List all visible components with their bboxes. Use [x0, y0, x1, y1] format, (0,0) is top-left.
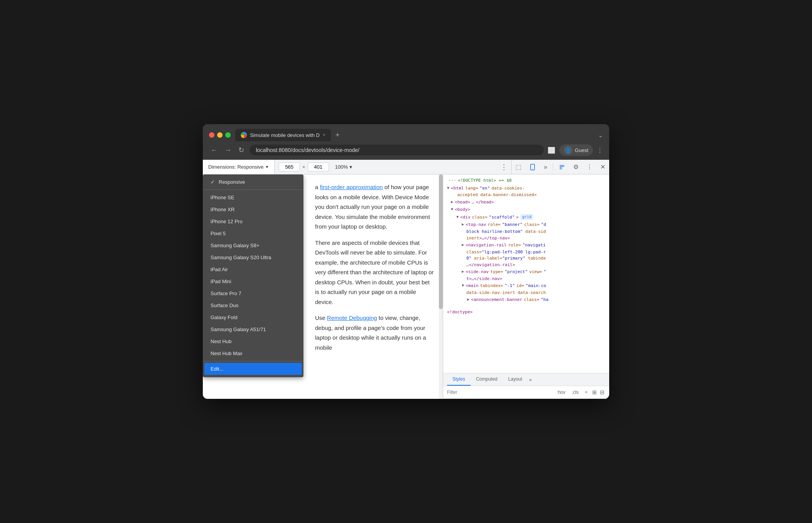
page-text-1: a [315, 184, 320, 190]
tab-menu-icon[interactable]: ⌄ [598, 132, 603, 139]
first-order-link[interactable]: first-order approximation [320, 184, 383, 190]
more-tools-button[interactable]: » [540, 160, 551, 174]
height-input[interactable] [308, 162, 329, 171]
toggle-icon[interactable] [462, 268, 464, 275]
html-nav-rail[interactable]: <navigation-rail role="navigati [443, 241, 609, 249]
forward-button[interactable]: → [223, 145, 233, 156]
dropdown-item-nest-hub-max[interactable]: Nest Hub Max [203, 347, 303, 359]
toggle-icon[interactable] [462, 282, 464, 289]
device-mode-button[interactable] [525, 160, 540, 174]
dropdown-item-samsung-s8[interactable]: Samsung Galaxy S8+ [203, 239, 303, 251]
tab-close-icon[interactable]: × [323, 132, 325, 138]
toggle-icon[interactable] [462, 242, 464, 248]
new-tab-button[interactable]: + [332, 130, 343, 141]
dropdown-item-iphone-xr[interactable]: iPhone XR [203, 203, 303, 215]
page-paragraph-2: There are aspects of mobile devices that… [315, 238, 435, 307]
minimize-button[interactable] [217, 132, 223, 138]
edit-label: Edit... [211, 366, 223, 372]
toggle-icon[interactable] [447, 185, 449, 191]
cursor-tool-button[interactable]: ⬚ [512, 160, 525, 174]
traffic-lights [209, 132, 231, 138]
remote-debugging-link[interactable]: Remote Debugging [327, 314, 377, 321]
dropdown-item-edit[interactable]: Edit... [204, 363, 302, 375]
html-div-scaffold[interactable]: <div class="scaffold"> grid [443, 214, 609, 221]
toggle-icon[interactable] [462, 221, 464, 227]
dropdown-divider-1 [203, 190, 303, 190]
active-tab[interactable]: Simulate mobile devices with D × [235, 129, 331, 141]
tab-layout[interactable]: Layout [503, 373, 528, 386]
dropdown-item-iphone-12-pro[interactable]: iPhone 12 Pro [203, 215, 303, 227]
elements-panel-button[interactable] [555, 160, 569, 174]
toggle-icon[interactable] [456, 214, 459, 220]
html-main[interactable]: <main tabindex="-1" id="main-co [443, 282, 609, 290]
iphone-12-pro-label: iPhone 12 Pro [211, 219, 242, 224]
html-doctype-line[interactable]: ··· <!DOCTYPE html> == $0 [443, 177, 609, 185]
filter-tags: :hov .cls + ⊞ ⊟ [554, 388, 605, 396]
html-html-line[interactable]: <html lang="en" data-cookies- [443, 185, 609, 192]
filter-input[interactable] [447, 390, 551, 395]
user-avatar-icon: 👤 [564, 146, 572, 154]
dimensions-dropdown[interactable]: Dimensions: Responsive ▼ [203, 160, 275, 174]
html-side-nav[interactable]: <side-nav type="project" view=" [443, 268, 609, 276]
tab-bar: Simulate mobile devices with D × + ⌄ [235, 129, 603, 141]
dropdown-item-galaxy-fold[interactable]: Galaxy Fold [203, 311, 303, 323]
user-button[interactable]: 👤 Guest [559, 144, 593, 156]
iphone-xr-label: iPhone XR [211, 207, 235, 212]
refresh-button[interactable]: ↻ [237, 144, 246, 156]
dropdown-item-iphone-se[interactable]: iPhone SE [203, 191, 303, 203]
dropdown-item-samsung-a51[interactable]: Samsung Galaxy A51/71 [203, 323, 303, 335]
dropdown-item-responsive[interactable]: Responsive [203, 176, 303, 188]
toggle-styles-icon[interactable]: ⊟ [599, 388, 605, 396]
browser-window: Simulate mobile devices with D × + ⌄ ← →… [203, 124, 609, 399]
toggle-icon[interactable] [467, 296, 469, 303]
dropdown-item-ipad-mini[interactable]: iPad Mini [203, 275, 303, 287]
devtools-tabs: Styles Computed Layout » [443, 373, 609, 386]
iphone-se-label: iPhone SE [211, 195, 234, 200]
top-nav-attrs2: inert>…</top-nav> [443, 235, 609, 242]
settings-button[interactable]: ⚙ [569, 160, 582, 174]
tab-title: Simulate mobile devices with D [250, 132, 320, 138]
new-stylesheet-icon[interactable]: ⊞ [591, 388, 598, 396]
dropdown-item-nest-hub[interactable]: Nest Hub [203, 335, 303, 347]
dropdown-item-pixel-5[interactable]: Pixel 5 [203, 227, 303, 239]
side-nav-close: t>…</side-nav> [443, 276, 609, 282]
tab-computed[interactable]: Computed [471, 373, 503, 386]
toggle-icon[interactable] [451, 206, 453, 212]
tabs-more-icon[interactable]: » [529, 377, 532, 383]
hov-filter-button[interactable]: :hov [554, 389, 568, 396]
toggle-icon[interactable] [451, 199, 453, 205]
html-attr2: data-cookies- [492, 185, 525, 192]
tab-styles[interactable]: Styles [447, 373, 471, 386]
ipad-air-label: iPad Air [211, 267, 228, 272]
cls-filter-button[interactable]: .cls [569, 389, 581, 396]
html-body-line[interactable]: <body> [443, 206, 609, 214]
responsive-label: Responsive [219, 179, 245, 185]
html-top-nav[interactable]: <top-nav role="banner" class="d [443, 221, 609, 229]
panel-menu-button[interactable]: ⋮ [582, 160, 596, 174]
page-scrollbar[interactable] [439, 174, 443, 399]
surface-pro-label: Surface Pro 7 [211, 291, 242, 296]
close-devtools-button[interactable]: ✕ [596, 160, 609, 174]
close-button[interactable] [209, 132, 214, 138]
add-style-button[interactable]: + [582, 389, 590, 396]
html-doctype-bottom[interactable]: <!doctype> [443, 308, 609, 316]
dropdown-item-samsung-s20[interactable]: Samsung Galaxy S20 Ultra [203, 251, 303, 263]
main-tag: <main [466, 282, 478, 289]
width-input[interactable] [279, 162, 300, 171]
dropdown-item-surface-pro[interactable]: Surface Pro 7 [203, 287, 303, 299]
zoom-button[interactable]: 100% ▾ [331, 162, 356, 171]
nav-rail-attrs2: 0" aria-label="primary" tabinde [443, 255, 609, 262]
html-head-line[interactable]: <head> … </head> [443, 198, 609, 206]
devtools-more-icon[interactable]: ⋮ [500, 163, 507, 171]
html-announcement[interactable]: <announcement-banner class="ha [443, 296, 609, 304]
dropdown-item-surface-duo[interactable]: Surface Duo [203, 299, 303, 311]
back-button[interactable]: ← [209, 145, 219, 156]
address-input[interactable] [250, 145, 544, 156]
dropdown-item-ipad-air[interactable]: iPad Air [203, 263, 303, 275]
window-icon[interactable]: ⬜ [548, 147, 555, 154]
page-area: Responsive iPhone SE iPhone XR iPhone 12… [203, 174, 443, 399]
browser-menu-icon[interactable]: ⋮ [597, 147, 603, 154]
surface-duo-label: Surface Duo [211, 303, 238, 308]
user-label: Guest [575, 147, 588, 153]
maximize-button[interactable] [225, 132, 231, 138]
